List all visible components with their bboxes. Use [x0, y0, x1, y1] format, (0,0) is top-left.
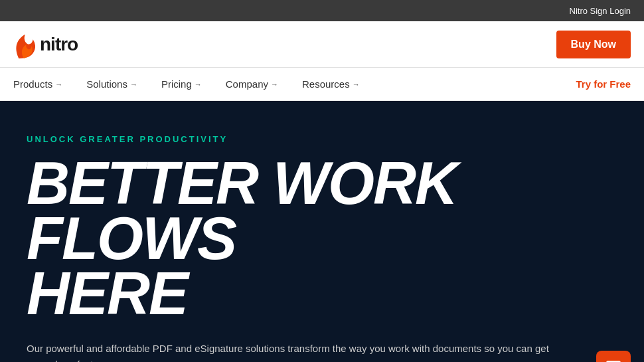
chat-fab-button[interactable] — [596, 351, 631, 362]
nav-item-products[interactable]: Products → — [13, 68, 74, 101]
nav-products-arrow: → — [55, 80, 62, 88]
nav-resources-label: Resources — [302, 78, 350, 90]
nav-solutions-arrow: → — [130, 80, 137, 88]
nav-pricing-arrow: → — [195, 80, 202, 88]
nav-links: Products → Solutions → Pricing → Company… — [13, 68, 576, 101]
nav-products-label: Products — [13, 78, 52, 90]
buy-now-button[interactable]: Buy Now — [556, 31, 631, 58]
nav-item-company[interactable]: Company → — [214, 68, 290, 101]
hero-headline: BETTER WORK FLOWS HERE — [27, 156, 617, 321]
try-for-free-link[interactable]: Try for Free — [576, 78, 631, 90]
logo[interactable]: nitro — [13, 31, 78, 58]
nitro-sign-login-link[interactable]: Nitro Sign Login — [570, 6, 631, 16]
hero-body: Our powerful and affordable PDF and eSig… — [27, 341, 571, 362]
nav-solutions-label: Solutions — [86, 78, 127, 90]
nav-bar: Products → Solutions → Pricing → Company… — [0, 68, 644, 101]
nav-pricing-label: Pricing — [161, 78, 192, 90]
nav-company-label: Company — [226, 78, 268, 90]
header: nitro Buy Now — [0, 21, 644, 68]
chat-icon — [605, 359, 622, 362]
nav-item-pricing[interactable]: Pricing → — [149, 68, 214, 101]
logo-text: nitro — [40, 34, 78, 55]
nav-resources-arrow: → — [353, 80, 360, 88]
nav-company-arrow: → — [271, 80, 278, 88]
top-bar: Nitro Sign Login — [0, 0, 644, 21]
nitro-logo-icon — [13, 31, 37, 58]
hero-headline-line1: BETTER WORK FLOWS — [27, 156, 617, 266]
hero-section: UNLOCK GREATER PRODUCTIVITY BETTER WORK … — [0, 101, 644, 362]
nav-item-solutions[interactable]: Solutions → — [74, 68, 149, 101]
hero-eyebrow: UNLOCK GREATER PRODUCTIVITY — [27, 134, 617, 144]
nav-item-resources[interactable]: Resources → — [290, 68, 372, 101]
hero-headline-line2: HERE — [27, 266, 617, 321]
